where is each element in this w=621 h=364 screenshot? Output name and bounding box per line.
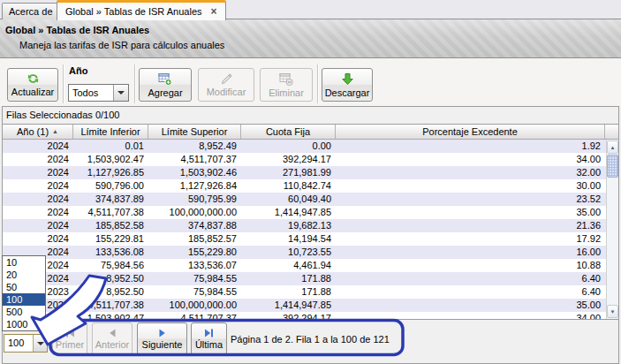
table-cell: 4,511,707.38 [73,299,148,312]
table-cell: 6.40 [336,272,605,285]
tab-label: Acerca de [9,6,53,17]
table-cell: 35.00 [336,206,605,219]
page-subtitle: Maneja las tarifas de ISR para cálculos … [19,40,224,50]
tab-tablas-isr-anuales[interactable]: Global » Tablas de ISR Anuales × [57,0,226,20]
table-cell: 2024 [3,206,73,219]
table-cell: 2024 [3,193,73,206]
eliminar-label: Eliminar [269,87,304,98]
table-cell: 0.00 [241,140,336,153]
table-cell: 155,229.80 [148,246,241,259]
page-header-panel: Global » Tablas de ISR Anuales Maneja la… [0,19,621,58]
table-cell: 2024 [3,219,73,232]
page-size-option[interactable]: 100 [3,293,45,306]
column-header[interactable]: Límite Superior [148,125,241,139]
first-page-button[interactable]: Primer [52,322,87,355]
column-header[interactable]: Porcentaje Excedente [336,125,605,139]
table-row[interactable]: 2024155,229.81185,852.5714,194.5417.92 [3,232,606,246]
table-row[interactable]: 2024133,536.08155,229.8010,723.5516.00 [3,246,606,259]
table-cell: 185,852.57 [148,232,241,246]
table-row[interactable]: 20241,503,902.474,511,707.37392,294.1734… [3,153,606,166]
table-cell: 10.88 [336,259,605,272]
edit-pencil-icon [220,72,233,85]
table-cell: 8,952.50 [73,272,148,285]
table-cell: 2024 [3,179,73,193]
page-size-option[interactable]: 50 [3,281,45,293]
table-cell: 590,796.00 [73,179,148,193]
table-delete-icon [279,72,293,86]
last-page-icon [204,329,214,337]
table-cell: 30.00 [336,179,605,193]
table-cell: 75,984.56 [73,259,148,272]
page-size-option[interactable]: 20 [3,269,45,281]
tab-acerca-de[interactable]: Acerca de [2,3,60,19]
table-row[interactable]: 20240.018,952.490.001.92 [3,140,606,153]
table-row[interactable]: 202475,984.56133,536.074,461.9410.88 [3,259,606,272]
agregar-button[interactable]: Agregar [139,68,192,102]
table-row[interactable]: 20241,127,926.851,503,902.46271,981.9932… [3,166,606,179]
descargar-button[interactable]: Descargar [322,68,373,102]
modificar-button[interactable]: Modificar [198,68,254,102]
table-cell: 155,229.81 [73,232,148,246]
table-cell: 4,511,707.38 [73,206,148,219]
table-cell: 1.92 [336,140,605,153]
table-cell: 23.52 [336,193,605,206]
toolbar: Actualizar Año Todos Agregar [0,58,621,106]
table-cell: 19,682.13 [241,219,336,232]
page-size-popup: 1020501005001000 [2,255,46,331]
table-row[interactable]: 20238,952.5075,984.55171.886.40 [3,285,606,299]
next-page-button[interactable]: Siguiente [137,322,187,355]
scrollbar-down-icon[interactable]: ▼ [607,305,618,318]
scrollbar-up-icon[interactable]: ▲ [607,140,618,154]
table-cell: 8,952.50 [73,285,148,299]
table-cell: 1,503,902.47 [73,153,148,166]
table-row[interactable]: 20231,503,902.474,511,707.37392,294.1734… [3,312,606,319]
page-title: Global » Tablas de ISR Anuales [5,25,149,35]
table-cell: 8,952.49 [148,140,241,153]
table-cell: 75,984.55 [148,272,241,285]
pager-status-text: Página 1 de 2. Fila 1 a la 100 de 121 [231,334,390,345]
page-size-combo[interactable]: 100 [4,334,48,353]
table-cell: 185,852.58 [73,219,148,232]
page-size-dropdown-button[interactable] [33,335,47,352]
scrollbar-thumb[interactable] [607,155,618,178]
column-header-label: Año (1) [17,126,49,137]
previous-page-button[interactable]: Anterior [92,322,133,355]
table-row[interactable]: 20234,511,707.38100,000,000.001,414,947.… [3,299,606,312]
agregar-label: Agregar [148,87,182,98]
page-size-option[interactable]: 500 [3,306,45,318]
table-cell: 10,723.55 [241,246,336,259]
column-header[interactable]: Cuota Fija [241,125,336,139]
table-cell: 2024 [3,166,73,179]
year-select[interactable]: Todos [68,84,129,102]
tab-bar: Acerca de Global » Tablas de ISR Anuales… [0,0,621,19]
table-cell: 392,294.17 [241,312,336,319]
column-header[interactable]: Límite Inferior [73,125,148,139]
table-cell: 17.92 [336,232,605,246]
page-size-option[interactable]: 1000 [3,318,45,330]
table-cell: 171.88 [241,272,336,285]
table-row[interactable]: 2024374,837.89590,795.9960,049.4023.52 [3,193,606,206]
table-row[interactable]: 20244,511,707.38100,000,000.001,414,947.… [3,206,606,219]
table-cell: 374,837.89 [73,193,148,206]
table-row[interactable]: 2024590,796.001,127,926.84110,842.7430.0… [3,179,606,193]
table-cell: 75,984.55 [148,285,241,299]
selected-rows-status: Filas Seleccionadas 0/100 [6,110,119,120]
vertical-scrollbar[interactable]: ▲ ▼ [606,140,618,319]
close-icon[interactable]: × [211,7,217,16]
eliminar-button[interactable]: Eliminar [260,68,313,102]
column-header-label: Cuota Fija [266,126,310,137]
actualizar-button[interactable]: Actualizar [7,68,58,102]
table-cell: 171.88 [241,285,336,299]
previous-page-label: Anterior [95,339,130,350]
table-cell: 1,503,902.46 [148,166,241,179]
page-size-option[interactable]: 10 [3,256,45,269]
column-header[interactable]: Año (1)▲ [3,125,73,139]
table-row[interactable]: 2024185,852.58374,837.8819,682.1321.36 [3,219,606,232]
table-cell: 21.36 [336,219,605,232]
year-select-dropdown-button[interactable] [113,85,128,101]
next-page-icon [157,329,167,337]
last-page-button[interactable]: Última [191,322,227,355]
table-cell: 2024 [3,232,73,246]
chevron-down-icon [117,91,125,95]
table-row[interactable]: 20248,952.5075,984.55171.886.40 [3,272,606,285]
